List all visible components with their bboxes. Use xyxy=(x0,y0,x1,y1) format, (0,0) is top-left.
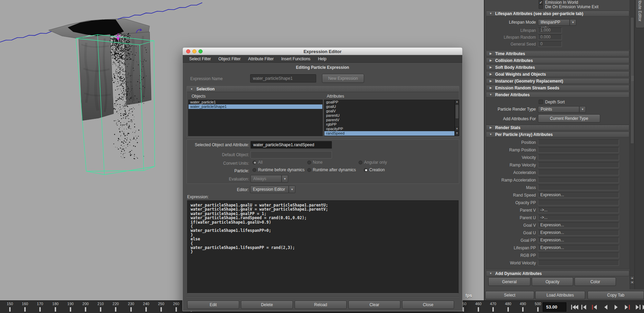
tick-label: 190 xyxy=(67,302,74,306)
new-expression-button[interactable]: New Expression xyxy=(322,74,364,83)
scrollbar-thumb[interactable] xyxy=(455,104,459,119)
section-instancer-geometry-replacement-[interactable]: ▶Instancer (Geometry Replacement) xyxy=(486,78,629,84)
panel-scrollbar[interactable] xyxy=(630,0,634,289)
attributes-list[interactable]: goalPPgoalUgoalVparentUparentVrgbPPopaci… xyxy=(324,100,455,136)
scroll-down-button[interactable]: ▼ xyxy=(630,280,634,284)
section-time-attributes[interactable]: ▶Time Attributes xyxy=(486,51,629,57)
particle-mode-radio-runtime-before-dynamics[interactable]: Runtime before dynamics xyxy=(253,167,305,172)
parent-u-field[interactable]: ->... xyxy=(538,215,619,221)
attribute-item-goalPP[interactable]: goalPP xyxy=(324,100,454,104)
opacity-pp-field[interactable] xyxy=(538,200,619,205)
reload-button[interactable]: Reload xyxy=(295,301,347,309)
particle-mode-radio-runtime-after-dynamics[interactable]: Runtime after dynamics xyxy=(307,167,356,172)
emission-in-world-checkbox[interactable]: ✓ xyxy=(539,0,543,4)
go-to-end-button[interactable] xyxy=(642,303,644,311)
attribute-item-goalU[interactable]: goalU xyxy=(324,104,454,109)
copy-tab-button[interactable]: Copy Tab xyxy=(588,291,644,299)
menu-help[interactable]: Help xyxy=(314,57,330,61)
scrollbar-thumb[interactable] xyxy=(630,17,634,144)
lifespan-pp-field[interactable]: Expression... xyxy=(538,245,619,251)
ramp-velocity-field[interactable] xyxy=(538,162,619,168)
section-collision-attributes[interactable]: ▶Collision Attributes xyxy=(486,58,629,63)
goal-u-field[interactable]: Expression... xyxy=(538,230,619,236)
position-field[interactable] xyxy=(538,139,619,145)
scroll-up-button-2[interactable]: ▲ xyxy=(455,127,459,131)
selected-object-input[interactable]: water_particleShape1.randSpeed xyxy=(250,141,332,149)
menu-attribute-filter[interactable]: Attribute Filter xyxy=(244,57,278,61)
attribute-item-parentV[interactable]: parentV xyxy=(324,118,454,122)
go-to-start-button[interactable] xyxy=(570,303,579,311)
default-object-input[interactable] xyxy=(250,151,332,159)
step-back-frame-button[interactable] xyxy=(580,303,589,311)
load-attributes-button[interactable]: Load Attributes xyxy=(535,291,585,299)
scroll-up-button[interactable]: ▲ xyxy=(455,100,459,104)
scroll-up-button[interactable]: ▲ xyxy=(630,276,634,280)
section-lifespan-attributes[interactable]: ▼ Lifespan Attributes (see also per-part… xyxy=(486,11,629,16)
section-label: Per Particle (Array) Attributes xyxy=(495,132,553,137)
select-button[interactable]: Select xyxy=(485,291,534,299)
section-emission-random-stream-seeds[interactable]: ▶Emission Random Stream Seeds xyxy=(486,85,629,91)
goal-v-field[interactable]: Expression... xyxy=(538,222,619,228)
edit-button[interactable]: Edit xyxy=(187,301,239,309)
add-general-attribute-button[interactable]: General xyxy=(488,277,530,286)
mass-field[interactable] xyxy=(538,185,619,190)
rgb-pp-field[interactable] xyxy=(538,252,619,258)
convert-units-radio-none[interactable]: None xyxy=(307,160,323,165)
close-button[interactable]: Close xyxy=(402,301,454,309)
add-opacity-attribute-button[interactable]: Opacity xyxy=(532,277,573,286)
goal-pp-field[interactable]: Expression... xyxy=(538,237,619,243)
menu-insert-functions[interactable]: Insert Functions xyxy=(278,57,314,61)
depth-sort-checkbox[interactable] xyxy=(539,100,543,104)
step-back-key-button[interactable] xyxy=(591,303,600,311)
convert-units-radio-angular-only[interactable]: Angular only xyxy=(359,160,387,165)
scroll-down-button[interactable]: ▼ xyxy=(455,132,459,136)
menu-select-filter[interactable]: Select Filter xyxy=(185,57,215,61)
rand-speed-field[interactable]: Expression... xyxy=(538,192,619,198)
ramp-acceleration-field[interactable] xyxy=(538,177,619,183)
attribute-item-rgbPP[interactable]: rgbPP xyxy=(324,122,454,127)
current-render-type-button[interactable]: Current Render Type xyxy=(538,114,600,123)
attributes-scrollbar[interactable]: ▲ ▲ ▼ xyxy=(455,100,459,136)
parent-v-field[interactable]: ->... xyxy=(538,207,619,213)
evaluation-dropdown[interactable]: Always ▼ xyxy=(250,175,288,183)
expression-name-input[interactable]: water_particleShape1 xyxy=(250,74,316,83)
particle-mode-radio-creation[interactable]: Creation xyxy=(364,167,385,172)
velocity-field[interactable] xyxy=(538,154,619,160)
section-soft-body-attributes[interactable]: ▶Soft Body Attributes xyxy=(486,64,629,70)
world-velocity-field[interactable] xyxy=(538,260,619,266)
section-add-dynamic-attributes[interactable]: ▼ Add Dynamic Attributes xyxy=(486,271,629,276)
play-backwards-button[interactable] xyxy=(602,303,610,311)
die-on-emission-volume-exit-checkbox[interactable] xyxy=(539,4,543,9)
selection-section-header[interactable]: ▼ Selection xyxy=(187,86,459,92)
attribute-item-opacityPP[interactable]: opacityPP xyxy=(324,127,454,131)
play-forwards-button[interactable] xyxy=(612,303,621,311)
menu-object-filter[interactable]: Object Filter xyxy=(215,57,244,61)
particle-render-type-dropdown[interactable]: Points ▼ xyxy=(538,106,586,113)
window-titlebar[interactable]: Expression Editor xyxy=(183,48,462,55)
step-forward-key-button[interactable] xyxy=(623,303,632,311)
expression-code-area[interactable]: water_particleShape1.goalU = water_parti… xyxy=(187,200,459,293)
section-goal-weights-and-objects[interactable]: ▶Goal Weights and Objects xyxy=(486,71,629,77)
object-item-water_particleShape1[interactable]: water_particleShape1 xyxy=(189,104,322,109)
attribute-item-goalV[interactable]: goalV xyxy=(324,109,454,113)
delete-button[interactable]: Delete xyxy=(241,301,293,309)
lifespan-mode-dropdown[interactable]: lifespanPP only ▼ xyxy=(538,19,576,26)
add-color-attribute-button[interactable]: Color xyxy=(575,277,616,286)
tab-attribute-editor[interactable]: Attribute Editor xyxy=(635,0,644,28)
tick-label: 170 xyxy=(37,302,43,306)
convert-units-radio-all[interactable]: All xyxy=(253,160,262,165)
section-render-attributes[interactable]: ▼ Render Attributes xyxy=(486,92,629,98)
step-forward-frame-button[interactable] xyxy=(634,303,643,311)
clear-button[interactable]: Clear xyxy=(348,301,400,309)
objects-list[interactable]: water_particle1water_particleShape1 xyxy=(188,100,323,136)
ramp-position-field[interactable] xyxy=(538,147,619,153)
current-time-field[interactable]: 53.00 xyxy=(543,302,566,312)
chevron-right-icon: ▶ xyxy=(486,66,495,69)
editor-dropdown[interactable]: Expression Editor ▼ xyxy=(250,186,295,193)
section-render-stats[interactable]: ▶ Render Stats xyxy=(486,125,629,130)
attribute-item-randSpeed[interactable]: randSpeed xyxy=(324,131,454,136)
object-item-water_particle1[interactable]: water_particle1 xyxy=(189,100,322,104)
section-per-particle-attributes[interactable]: ▼ Per Particle (Array) Attributes xyxy=(486,132,629,137)
acceleration-field[interactable] xyxy=(538,170,619,175)
attribute-item-parentU[interactable]: parentU xyxy=(324,113,454,118)
